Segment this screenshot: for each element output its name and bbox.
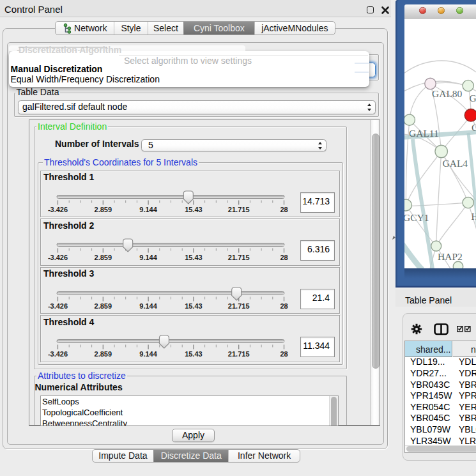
svg-text:9.144: 9.144 xyxy=(139,206,157,213)
svg-text:9.144: 9.144 xyxy=(139,254,157,261)
svg-text:21.715: 21.715 xyxy=(227,302,249,310)
svg-text:28: 28 xyxy=(280,254,288,261)
svg-text:15.43: 15.43 xyxy=(185,206,203,213)
svg-text:G.: G. xyxy=(470,92,476,103)
svg-text:-3.426: -3.426 xyxy=(47,206,67,213)
svg-text:9.144: 9.144 xyxy=(139,302,157,310)
svg-text:21.715: 21.715 xyxy=(227,206,249,213)
svg-text:GCY1: GCY1 xyxy=(404,211,429,222)
svg-text:2.859: 2.859 xyxy=(94,206,112,213)
svg-text:-3.426: -3.426 xyxy=(47,350,67,358)
svg-text:GAL11: GAL11 xyxy=(409,127,439,138)
svg-text:GAL4: GAL4 xyxy=(443,158,468,169)
svg-text:9.144: 9.144 xyxy=(139,350,157,358)
svg-text:2.859: 2.859 xyxy=(94,350,112,358)
svg-text:21.715: 21.715 xyxy=(227,254,249,261)
svg-text:-3.426: -3.426 xyxy=(47,254,67,261)
svg-text:28: 28 xyxy=(280,206,288,213)
svg-text:2.859: 2.859 xyxy=(94,302,112,310)
svg-text:15.43: 15.43 xyxy=(185,254,203,261)
svg-text:21.715: 21.715 xyxy=(227,350,249,358)
svg-text:-3.426: -3.426 xyxy=(47,302,67,310)
svg-text:C: C xyxy=(472,121,476,132)
svg-text:15.43: 15.43 xyxy=(185,350,203,358)
svg-text:28: 28 xyxy=(280,302,288,310)
svg-text:GAL80: GAL80 xyxy=(432,88,463,98)
svg-text:HAP2: HAP2 xyxy=(438,250,463,261)
svg-text:28: 28 xyxy=(280,350,288,358)
svg-text:15.43: 15.43 xyxy=(185,302,203,310)
svg-text:2.859: 2.859 xyxy=(94,254,112,261)
svg-text:H: H xyxy=(472,210,476,221)
